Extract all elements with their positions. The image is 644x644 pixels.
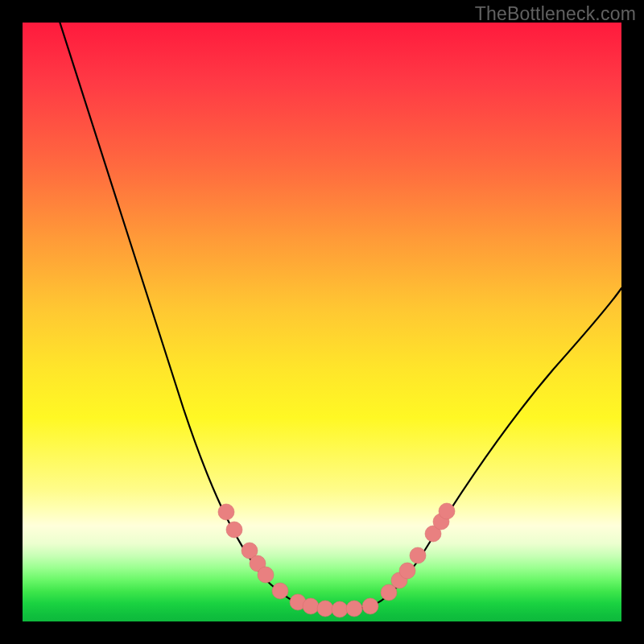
outer-frame: TheBottleneck.com <box>0 0 644 644</box>
marker <box>226 522 242 538</box>
marker <box>346 601 362 617</box>
marker <box>258 567 274 583</box>
marker <box>362 598 378 614</box>
watermark-text: TheBottleneck.com <box>475 3 636 25</box>
marker <box>439 503 455 519</box>
marker <box>218 504 234 520</box>
right-curve <box>369 288 621 607</box>
left-curve <box>55 23 312 607</box>
markers-group <box>218 503 455 617</box>
plot-area <box>23 23 621 621</box>
marker <box>410 547 426 564</box>
marker <box>332 601 348 617</box>
marker <box>399 563 415 579</box>
chart-svg <box>23 23 621 621</box>
marker <box>272 583 288 599</box>
marker <box>303 598 319 614</box>
marker <box>317 601 333 617</box>
